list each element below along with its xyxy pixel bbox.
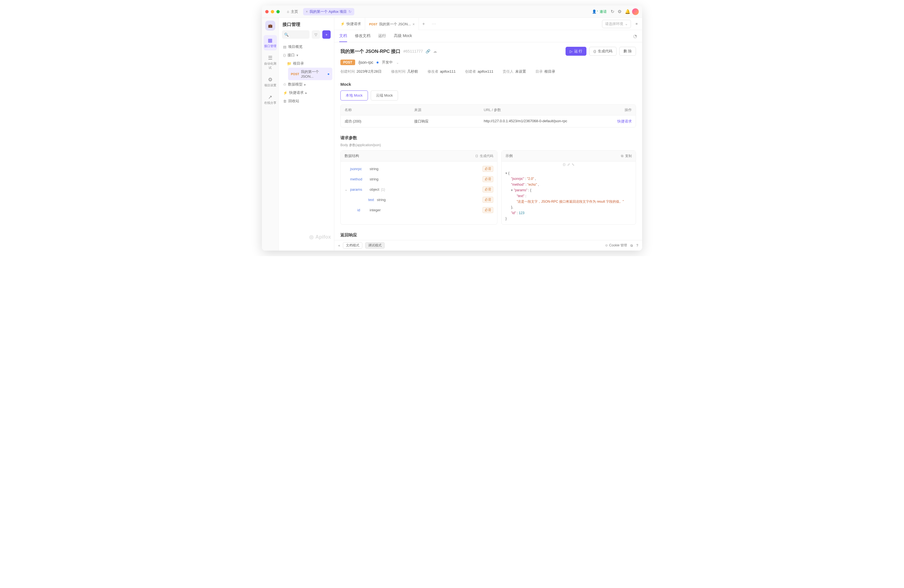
mock-hdr-name: 名称 [345, 107, 414, 112]
sidebar-item-test[interactable]: ☰自动化测试 [264, 53, 277, 72]
meta-row: 创建时间2023年2月28日 修改时间几秒前 修改者apifox111 创建者a… [340, 69, 636, 74]
search-input[interactable]: 🔍 [282, 30, 310, 39]
window-controls[interactable] [265, 10, 280, 13]
close-icon[interactable]: × [306, 10, 308, 14]
tree-data-model[interactable]: ♲数据模型 ▸ [280, 80, 332, 89]
play-icon: ▷ [570, 49, 572, 54]
api-title: 我的第一个 JSON-RPC 接口 [340, 48, 400, 55]
debug-mode-pill[interactable]: 调试模式 [365, 242, 385, 249]
chevron-down-icon[interactable]: ⌄ [396, 60, 399, 65]
field-row: jsonrpcstring必需 [345, 164, 493, 174]
tree-trash[interactable]: 🗑回收站 [280, 97, 332, 105]
cloud-icon[interactable]: ☁ [433, 49, 437, 54]
mock-tab-cloud[interactable]: 云端 Mock [371, 90, 398, 101]
copy-icon: ⧉ [621, 154, 623, 158]
sidebar-item-share[interactable]: ↗在线分享 [264, 92, 277, 107]
subtab-edit[interactable]: 修改文档 [355, 30, 370, 42]
add-button[interactable]: + [322, 30, 331, 39]
chevron-right-icon: ▸ [305, 91, 307, 95]
json-controls[interactable]: ⟨⟩⤢⤡ [501, 161, 636, 168]
history-icon[interactable]: ◔ [633, 33, 637, 39]
tab-api[interactable]: POST我的第一个 JSON...× [365, 18, 419, 30]
api-id: #65111777 [403, 49, 423, 54]
mock-row: 成功 (200) 接口响应 http://127.0.0.1:4523/m1/2… [341, 115, 636, 127]
tree-quick[interactable]: ⚡快捷请求 ▸ [280, 89, 332, 97]
subtab-run[interactable]: 运行 [378, 30, 386, 42]
method-badge: POST [340, 60, 355, 65]
home-tab[interactable]: ⌂主页 [285, 8, 300, 15]
avatar[interactable] [632, 8, 639, 15]
status-dot [376, 62, 379, 63]
cookie-link[interactable]: ☺ Cookie 管理 [605, 243, 627, 248]
user-plus-icon: 👤⁺ [592, 9, 598, 14]
subtab-mock[interactable]: 高级 Mock [394, 30, 412, 42]
tab-quick[interactable]: ⚡快捷请求 [337, 18, 365, 30]
run-button[interactable]: ▷运 行 [566, 47, 587, 56]
req-section-title: 请求参数 [340, 135, 636, 141]
delete-button[interactable]: 删 除 [619, 47, 636, 56]
collapse-icon[interactable]: « [338, 243, 340, 248]
plus-icon: + [326, 33, 327, 37]
menu-icon[interactable]: ≡ [633, 22, 640, 26]
tree-api-item[interactable]: POST 我的第一个 JSON... ● [288, 68, 332, 80]
tab-more[interactable]: ⋯ [428, 21, 439, 27]
close-icon[interactable]: × [412, 22, 415, 27]
doc-icon: ▤ [283, 45, 286, 49]
doc-mode-pill[interactable]: 文档模式 [343, 242, 362, 249]
home-label: 主页 [291, 9, 298, 14]
field-row: idinteger必需 [345, 205, 493, 215]
gen-code-button[interactable]: ⟨⟩生成代码 [589, 47, 616, 56]
struct-title: 数据结构 [345, 153, 359, 158]
test-icon: ☰ [264, 55, 277, 61]
mock-row-action[interactable]: 快捷请求 [612, 119, 632, 124]
project-tab[interactable]: × 我的第一个 Apifox 项目 ↻ [303, 8, 354, 15]
invite-button[interactable]: 👤⁺邀请 [590, 8, 609, 15]
mock-hdr-source: 来源 [414, 107, 484, 112]
code-icon: ⟨⟩ [476, 154, 478, 158]
gear-icon: ⚙ [264, 77, 277, 83]
sidebar-item-api[interactable]: ▦接口管理 [264, 35, 277, 51]
vars-icon[interactable]: ⧉ [631, 243, 633, 248]
panel-title: 接口管理 [278, 18, 334, 30]
trash-icon: 🗑 [283, 99, 287, 103]
tree-overview[interactable]: ▤项目概览 [280, 43, 332, 51]
api-path: /json-rpc [359, 60, 373, 65]
tab-add[interactable]: + [419, 21, 428, 27]
sync-icon[interactable]: ↻ [609, 8, 616, 15]
folder-icon: 📁 [287, 62, 291, 66]
search-icon: 🔍 [284, 33, 289, 37]
model-icon: ♲ [283, 82, 286, 87]
tree-api[interactable]: ⟨⟩接口 ▾ [280, 51, 332, 59]
dot-icon: ● [327, 72, 330, 76]
subtab-doc[interactable]: 文档 [339, 30, 347, 42]
mock-section-title: Mock [340, 82, 636, 87]
field-row: textstring必需 [352, 194, 493, 205]
bell-icon[interactable]: 🔔 [623, 8, 632, 15]
filter-icon: ▽ [315, 33, 317, 37]
sidebar-item-settings[interactable]: ⚙项目设置 [264, 74, 277, 90]
refresh-icon[interactable]: ↻ [348, 9, 351, 14]
chevron-down-icon[interactable]: ⌄ [345, 187, 348, 191]
settings-icon[interactable]: ⚙ [616, 8, 623, 15]
bolt-icon: ⚡ [340, 22, 345, 26]
gen-code-link[interactable]: ⟨⟩生成代码 [476, 154, 493, 158]
link-icon[interactable]: 🔗 [425, 49, 430, 54]
tree-root-folder[interactable]: 📁根目录 [284, 59, 332, 68]
home-icon: ⌂ [287, 9, 289, 14]
copy-link[interactable]: ⧉复制 [621, 154, 632, 158]
chevron-down-icon: ⌄ [625, 22, 628, 26]
filter-button[interactable]: ▽ [312, 30, 320, 39]
mock-tab-local[interactable]: 本地 Mock [340, 90, 368, 101]
field-row: ⌄paramsobject{1}必需 [345, 184, 493, 194]
env-select[interactable]: 请选择环境⌄ [602, 20, 631, 28]
bolt-icon: ⚡ [283, 91, 288, 95]
help-icon[interactable]: ? [636, 243, 638, 248]
field-row: methodstring必需 [345, 174, 493, 184]
mock-hdr-url: URL / 参数 [484, 107, 612, 112]
api-icon: ⟨⟩ [283, 53, 286, 57]
mock-hdr-action: 操作 [612, 107, 632, 112]
api-icon: ▦ [264, 37, 277, 43]
resp-section-title: 返回响应 [340, 232, 636, 238]
project-tab-label: 我的第一个 Apifox 项目 [310, 9, 347, 14]
brand-icon: 💼 [265, 21, 275, 31]
